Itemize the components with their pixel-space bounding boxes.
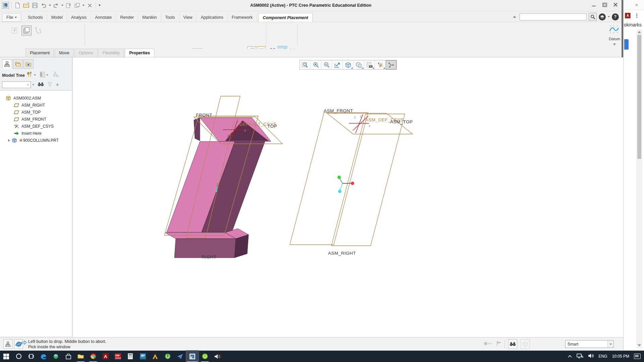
adobe-reader-icon[interactable]: A [625, 13, 631, 18]
close-button[interactable] [613, 2, 618, 7]
language-indicator[interactable]: ENG [599, 354, 607, 359]
tab-model[interactable]: Model [47, 13, 67, 22]
background-close-icon[interactable]: × [634, 2, 640, 8]
clock[interactable]: 10:05 PM [612, 354, 629, 359]
tab-framework[interactable]: Framework [228, 13, 257, 22]
minimize-button[interactable] [591, 2, 597, 7]
default-csys-label[interactable]: DEFAULT_CSYS [239, 122, 276, 127]
tree-item-insert-here[interactable]: Insert Here [0, 130, 72, 137]
utorrent-icon[interactable] [161, 351, 174, 362]
task-view-button[interactable] [25, 351, 37, 362]
selection-filter-dropdown-icon[interactable] [607, 341, 613, 348]
filter-icon[interactable] [47, 82, 52, 88]
overflow-menu-icon[interactable] [636, 13, 638, 19]
asm-top-label[interactable]: ASM_TOP [390, 119, 413, 124]
freeform-move-icon[interactable] [34, 25, 44, 36]
dragged-component-icon[interactable] [10, 25, 20, 36]
tree-display-icon [53, 72, 59, 78]
edge-icon[interactable] [37, 351, 50, 362]
tree-item-asm-right[interactable]: ASM_RIGHT [0, 102, 72, 109]
model-tree-tab[interactable] [2, 59, 12, 69]
start-button[interactable] [0, 351, 12, 362]
file-explorer-icon[interactable] [74, 351, 87, 362]
command-search-input[interactable] [520, 13, 587, 20]
autocad-icon[interactable]: A [99, 351, 112, 362]
search-tool-button[interactable] [508, 339, 517, 349]
tab-applications[interactable]: Applications [197, 13, 227, 22]
tab-tools[interactable]: Tools [161, 13, 179, 22]
expand-icon[interactable] [8, 139, 10, 142]
favorites-tab[interactable] [23, 59, 34, 69]
scroll-down-icon[interactable] [638, 344, 641, 347]
tree-item-asm-def-csys[interactable]: yx ASM_DEF_CSYS [0, 123, 72, 130]
tab-component-placement[interactable]: Component Placement [258, 13, 312, 22]
ansys-icon[interactable] [149, 351, 161, 362]
tab-manikin[interactable]: Manikin [138, 13, 161, 22]
subtab-move[interactable]: Move [55, 49, 74, 57]
axis-x-label: x [244, 128, 246, 132]
tree-tools-dropdown-icon[interactable] [34, 74, 36, 76]
add-filter-icon[interactable]: + [56, 82, 59, 88]
action-center-icon[interactable] [634, 354, 641, 359]
tree-item-asm-front[interactable]: ASM_FRONT [0, 116, 72, 123]
tree-item-asm0002[interactable]: ASM0002.ASM [0, 95, 72, 102]
search-button[interactable] [589, 13, 597, 21]
insert-arrow-icon [13, 131, 19, 135]
photos-icon[interactable] [137, 351, 149, 362]
network-icon[interactable] [577, 353, 583, 360]
tab-file[interactable]: File [2, 13, 21, 22]
learning-connector-icon[interactable] [599, 13, 606, 20]
tree-filters-icon[interactable] [40, 72, 45, 78]
navigator-toggle-button[interactable] [3, 339, 12, 349]
help-icon[interactable]: ? [612, 13, 619, 20]
bluestacks-icon[interactable] [50, 351, 62, 362]
asm-front-label[interactable]: ASM_FRONT [324, 108, 353, 113]
restore-button[interactable] [602, 2, 607, 7]
tray-expand-icon[interactable] [568, 354, 572, 359]
front-plane-label[interactable]: FRONT [196, 113, 212, 118]
scrollbar[interactable] [636, 29, 642, 348]
tab-schools[interactable]: Schools [24, 13, 47, 22]
tree-tools-icon[interactable] [27, 72, 33, 78]
collapse-ribbon-icon[interactable] [513, 16, 516, 18]
graphics-area[interactable]: FRONT TOP DEFAULT_CSYS RIGHT ASM_FRONT A… [73, 57, 623, 337]
store-icon[interactable] [62, 351, 74, 362]
message-line2: Pick inside the window [28, 344, 106, 350]
tab-analysis[interactable]: Analysis [67, 13, 91, 22]
volume-tray-icon[interactable] [588, 353, 594, 359]
find-icon[interactable] [38, 82, 44, 88]
utorrent-web-icon[interactable] [199, 351, 211, 362]
tree-item-asm-top[interactable]: ASM_TOP [0, 109, 72, 116]
tree-item-label: ASM_TOP [21, 110, 41, 115]
creo-taskbar-icon[interactable] [186, 351, 199, 362]
chrome-icon[interactable] [87, 351, 99, 362]
calculator-icon[interactable] [124, 351, 137, 362]
tab-view[interactable]: View [179, 13, 197, 22]
select-box-button[interactable] [521, 339, 530, 349]
right-plane-label[interactable]: RIGHT [202, 254, 217, 259]
scroll-up-icon[interactable] [638, 31, 641, 33]
tree-filters-dropdown-icon[interactable] [46, 74, 48, 76]
datum-group-dropdown-icon[interactable] [613, 44, 616, 45]
solidworks-icon[interactable]: SW2016 [112, 351, 124, 362]
background-blue-button[interactable] [624, 39, 629, 50]
clear-search-icon[interactable]: × [27, 83, 29, 87]
folder-browser-tab[interactable] [13, 59, 23, 69]
message-area: Left button to drop. Middle button to ab… [28, 339, 106, 350]
cortana-button[interactable] [12, 351, 25, 362]
search-dropdown-icon[interactable] [32, 84, 34, 85]
asm-right-label[interactable]: ASM_RIGHT [328, 251, 356, 256]
datum-spline-icon[interactable] [608, 24, 621, 36]
subtab-properties[interactable]: Properties [125, 49, 154, 57]
subtab-placement[interactable]: Placement [25, 49, 54, 57]
mail-icon[interactable] [174, 351, 186, 362]
tab-annotate[interactable]: Annotate [91, 13, 116, 22]
scrollbar-thumb[interactable] [637, 35, 641, 159]
volume-app-icon[interactable] [211, 351, 223, 362]
tree-item-900collumn[interactable]: 900COLLUMN.PRT [0, 137, 72, 144]
selection-filter-select[interactable]: Smart [565, 340, 614, 348]
connector-dropdown-icon[interactable] [608, 16, 610, 17]
show-in-window-button[interactable] [21, 25, 32, 36]
selection-filter-value: Smart [566, 342, 607, 347]
tab-render[interactable]: Render [116, 13, 138, 22]
